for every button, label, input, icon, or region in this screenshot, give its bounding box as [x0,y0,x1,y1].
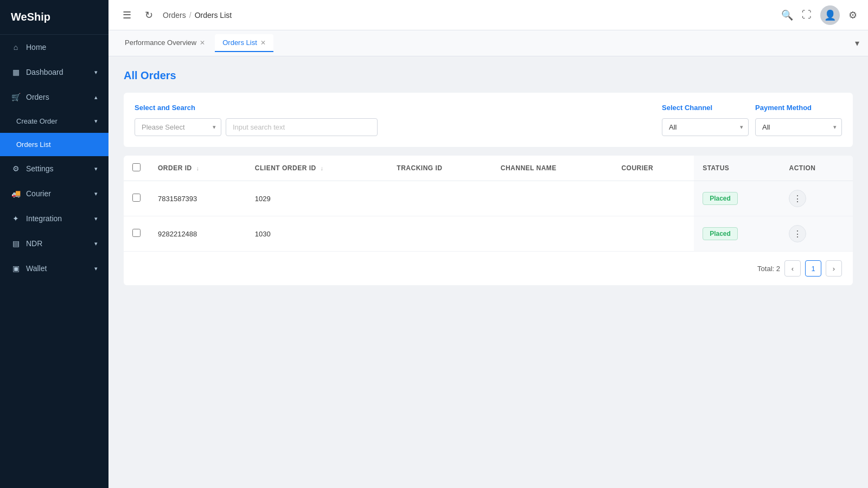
user-avatar[interactable]: 👤 [820,5,840,25]
sidebar-item-home[interactable]: ⌂ Home [0,35,108,60]
sidebar-item-dashboard[interactable]: ▦ Dashboard ▾ [0,60,108,85]
channel-select[interactable]: All [662,118,749,136]
channel-select-wrapper: All ▾ [662,118,749,136]
action-menu-button-1[interactable]: ⋮ [789,225,806,242]
search-icon[interactable]: 🔍 [781,9,793,21]
filter-select-label: Select and Search [135,104,655,112]
filter-section: Select and Search Please Select ▾ Select… [124,93,853,147]
pagination: Total: 2 ‹ 1 › [124,252,853,285]
row-channel-name-1 [492,216,613,252]
integration-icon: ✦ [11,214,21,223]
row-tracking-id-1 [388,216,492,252]
row-client-order-id-1: 1030 [246,216,388,252]
pagination-prev[interactable]: ‹ [784,260,801,277]
dashboard-icon: ▦ [11,67,21,77]
gear-icon[interactable]: ⚙ [848,9,857,21]
sidebar-item-integration[interactable]: ✦ Integration ▾ [0,206,108,231]
tab-orders-list[interactable]: Orders List ✕ [215,34,273,52]
row-order-id-0: 7831587393 [149,181,246,216]
sidebar-item-settings[interactable]: ⚙ Settings ▾ [0,156,108,181]
chevron-down-icon: ▾ [94,265,98,272]
row-status-1: Placed [694,216,780,252]
row-checkbox-1[interactable] [132,229,141,237]
fullscreen-icon[interactable]: ⛶ [802,9,812,21]
pagination-page-1[interactable]: 1 [805,260,821,277]
sort-icon[interactable]: ↓ [196,165,200,171]
sidebar-item-orders-list[interactable]: Orders List [0,133,108,156]
sidebar-item-ndr[interactable]: ▤ NDR ▾ [0,231,108,256]
tab-orders-list-close[interactable]: ✕ [260,39,266,47]
status-badge: Placed [703,227,738,240]
breadcrumb-current: Orders List [195,11,232,20]
payment-label: Payment Method [755,104,842,112]
row-channel-name-0 [492,181,613,216]
chevron-down-icon: ▾ [94,240,98,247]
refresh-icon[interactable]: ↻ [141,9,156,21]
sort-icon[interactable]: ↓ [321,165,324,171]
chevron-down-icon: ▾ [94,69,98,76]
sidebar: WeShip ⌂ Home ▦ Dashboard ▾ 🛒 Orders ▴ C… [0,0,108,488]
breadcrumb-orders[interactable]: Orders [163,11,186,20]
col-order-id: ORDER ID ↓ [149,156,246,181]
row-courier-1 [612,216,694,252]
row-action-1: ⋮ [780,216,853,252]
pagination-next[interactable]: › [826,260,842,277]
please-select-wrapper: Please Select ▾ [135,118,221,136]
page-title: All Orders [124,69,853,82]
row-checkbox-0[interactable] [132,194,141,202]
main-content: ☰ ↻ Orders / Orders List 🔍 ⛶ 👤 ⚙ Perform… [108,0,868,488]
sidebar-item-courier[interactable]: 🚚 Courier ▾ [0,181,108,206]
channel-label: Select Channel [662,104,749,112]
please-select-dropdown[interactable]: Please Select [135,118,221,136]
ndr-icon: ▤ [11,239,21,248]
avatar-icon: 👤 [824,9,836,21]
menu-icon[interactable]: ☰ [119,9,135,21]
chevron-down-icon: ▾ [94,118,98,125]
payment-select[interactable]: All [755,118,842,136]
pagination-total: Total: 2 [757,265,780,273]
tabs-bar: Performance Overview ✕ Orders List ✕ ▾ [108,30,868,56]
orders-icon: 🛒 [11,92,21,102]
sidebar-item-create-order[interactable]: Create Order ▾ [0,110,108,133]
select-all-checkbox[interactable] [132,163,141,171]
row-checkbox-cell [124,181,149,216]
sidebar-item-wallet[interactable]: ▣ Wallet ▾ [0,256,108,281]
table-row: 7831587393 1029 Placed ⋮ [124,181,853,216]
chevron-down-icon: ▾ [94,190,98,197]
orders-table: ORDER ID ↓ CLIENT ORDER ID ↓ TRACKING ID… [124,156,853,252]
home-icon: ⌂ [11,42,21,52]
status-badge: Placed [703,192,738,205]
row-status-0: Placed [694,181,780,216]
row-order-id-1: 9282212488 [149,216,246,252]
col-action: Action [780,156,853,181]
search-input[interactable] [226,118,378,136]
row-tracking-id-0 [388,181,492,216]
table-row: 9282212488 1030 Placed ⋮ [124,216,853,252]
orders-table-container: ORDER ID ↓ CLIENT ORDER ID ↓ TRACKING ID… [124,156,853,285]
chevron-down-icon: ▾ [94,165,98,172]
sidebar-item-orders[interactable]: 🛒 Orders ▴ [0,85,108,110]
channel-group: Select Channel All ▾ [662,104,749,136]
tab-performance-label: Performance Overview [125,38,196,47]
col-tracking-id: TRACKING ID [388,156,492,181]
settings-icon: ⚙ [11,164,21,174]
topbar: ☰ ↻ Orders / Orders List 🔍 ⛶ 👤 ⚙ [108,0,868,30]
chevron-down-icon: ▾ [94,215,98,222]
col-channel-name: CHANNEL NAME [492,156,613,181]
row-courier-0 [612,181,694,216]
col-courier: COURIER [612,156,694,181]
row-action-0: ⋮ [780,181,853,216]
breadcrumb: Orders / Orders List [163,11,232,20]
wallet-icon: ▣ [11,264,21,273]
filter-select-search-group: Select and Search Please Select ▾ [135,104,655,136]
tab-performance[interactable]: Performance Overview ✕ [117,34,213,52]
tabs-dropdown-icon[interactable]: ▾ [855,38,859,48]
app-logo: WeShip [0,0,108,35]
breadcrumb-separator: / [189,11,192,20]
tab-performance-close[interactable]: ✕ [200,39,205,47]
payment-select-wrapper: All ▾ [755,118,842,136]
action-menu-button-0[interactable]: ⋮ [789,190,806,207]
col-checkbox [124,156,149,181]
col-status: Status [694,156,780,181]
page-content: All Orders Select and Search Please Sele… [108,56,868,488]
